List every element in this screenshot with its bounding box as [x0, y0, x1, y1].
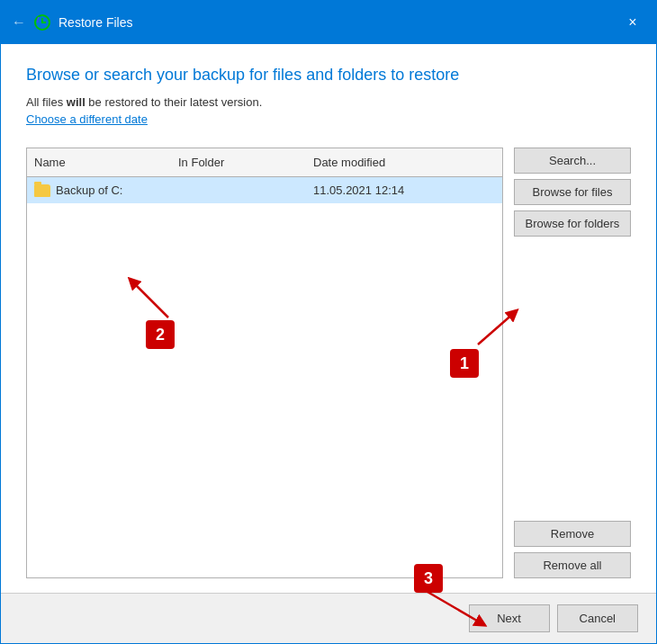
- file-name-label: Backup of C:: [56, 183, 122, 197]
- subtitle: All files will be restored to their late…: [26, 95, 631, 109]
- restore-files-window: ← Restore Files × Browse or search your …: [0, 0, 657, 644]
- browse-files-button[interactable]: Browse for files: [514, 179, 631, 205]
- title-bar-left: ← Restore Files: [12, 13, 132, 31]
- col-header-folder: In Folder: [171, 152, 306, 173]
- remove-all-button[interactable]: Remove all: [514, 552, 631, 578]
- table-header: Name In Folder Date modified: [27, 148, 502, 177]
- cell-date: 11.05.2021 12:14: [306, 182, 502, 199]
- window-title: Restore Files: [58, 15, 132, 30]
- cell-folder: [171, 189, 306, 192]
- close-button[interactable]: ×: [620, 10, 645, 35]
- next-button[interactable]: Next: [469, 604, 550, 632]
- choose-date-link[interactable]: Choose a different date: [26, 112, 631, 126]
- cancel-button[interactable]: Cancel: [557, 604, 638, 632]
- title-bar: ← Restore Files ×: [1, 1, 656, 44]
- footer: Next Cancel: [1, 593, 656, 643]
- folder-icon: [34, 184, 50, 197]
- search-button[interactable]: Search...: [514, 148, 631, 174]
- file-list-container: Name In Folder Date modified Backup of C…: [26, 148, 503, 578]
- col-header-date: Date modified: [306, 152, 502, 173]
- restore-icon: [33, 13, 51, 31]
- button-spacer: [514, 242, 631, 515]
- main-content: Browse or search your backup for files a…: [1, 44, 656, 578]
- page-heading: Browse or search your backup for files a…: [26, 66, 631, 85]
- browse-folders-button[interactable]: Browse for folders: [514, 210, 631, 237]
- remove-button[interactable]: Remove: [514, 521, 631, 547]
- buttons-panel: Search... Browse for files Browse for fo…: [514, 148, 631, 578]
- back-button[interactable]: ←: [12, 14, 26, 31]
- table-row[interactable]: Backup of C: 11.05.2021 12:14: [27, 177, 502, 203]
- content-area: Name In Folder Date modified Backup of C…: [26, 148, 631, 578]
- cell-name: Backup of C:: [27, 182, 171, 199]
- table-body: Backup of C: 11.05.2021 12:14: [27, 177, 502, 577]
- col-header-name: Name: [27, 152, 171, 173]
